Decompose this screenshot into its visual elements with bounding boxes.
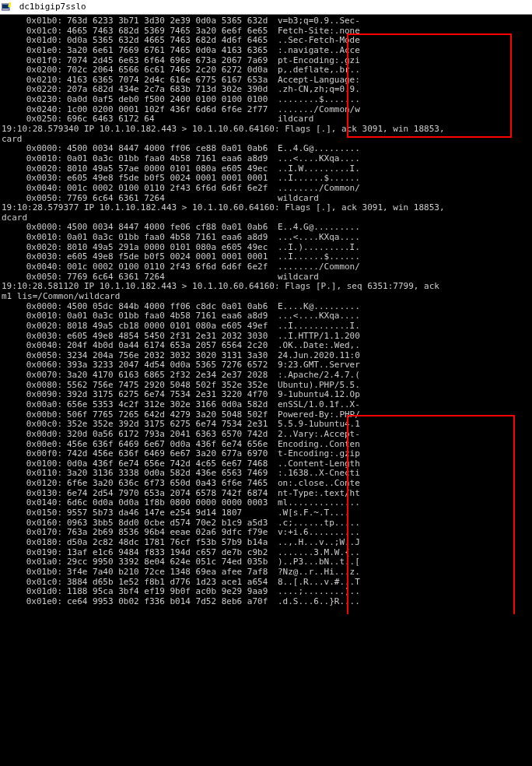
ascii-column: ....;........).. <box>278 587 360 597</box>
terminal-output-wrap: 0x01b0:763d 6233 3b71 3d30 2e39 0d0a 536… <box>0 15 532 614</box>
hexdump-row: 0x01e0:3a20 6e61 7669 6761 7465 0d0a 416… <box>2 46 530 56</box>
hex-bytes: 763d 6233 3b71 3d30 2e39 0d0a 5365 632d <box>67 16 278 26</box>
hex-offset: 0x0010: <box>2 233 67 243</box>
hexdump-row: 0x01b0:763d 6233 3b71 3d30 2e39 0d0a 536… <box>2 16 530 26</box>
hex-offset: 0x00c0: <box>2 420 67 430</box>
hexdump-row: 0x00c0:352e 352e 392d 3175 6275 6e74 753… <box>2 420 530 430</box>
ascii-column: ?Nz@..r..Hi...z. <box>278 567 360 578</box>
terminal-output[interactable]: 0x01b0:763d 6233 3b71 3d30 2e39 0d0a 536… <box>0 15 532 614</box>
hex-offset: 0x01b0: <box>2 567 67 578</box>
hex-bytes: 29cc 9950 3392 8e04 624e 051c 74ed 035b <box>67 557 278 567</box>
ascii-column: ..,.H...v..;W..J <box>278 538 360 548</box>
hexdump-row: 0x0230:0a0d 0af5 deb0 f500 2400 0100 010… <box>2 95 530 105</box>
hex-offset: 0x0200: <box>2 65 67 76</box>
ascii-column: .d.S...6..}R.... <box>278 597 360 607</box>
hex-bytes: 0a0d 0af5 deb0 f500 2400 0100 0100 0100 <box>67 95 278 105</box>
hexdump-row: 0x0020:8018 49a5 cb18 0000 0101 080a e60… <box>2 322 530 332</box>
hex-offset: 0x01b0: <box>2 16 67 26</box>
hex-offset: 0x01d0: <box>2 587 67 597</box>
hexdump-row: 0x00d0:320d 0a56 6172 793a 2041 6363 657… <box>2 430 530 440</box>
hexdump-row: 0x00f0:742d 456e 636f 6469 6e67 3a20 677… <box>2 449 530 459</box>
ascii-column: ..I......$...... <box>278 174 360 184</box>
hex-bytes: 3a20 6e61 7669 6761 7465 0d0a 4163 6365 <box>67 46 278 56</box>
hex-bytes: 6f6e 3a20 636c 6f73 650d 0a43 6f6e 7465 <box>67 479 278 489</box>
hexdump-row: 0x0200:702c 2064 6566 6c61 7465 2c20 627… <box>2 65 530 76</box>
hex-offset: 0x0010: <box>2 154 67 164</box>
ascii-column: ..I...........I. <box>278 322 360 332</box>
hexdump-row: 0x01e0:ce64 9953 0b02 f336 b014 7d52 8eb… <box>2 597 530 607</box>
ascii-column: v=b3;q=0.9..Sec- <box>278 16 360 26</box>
ascii-column: )..P3...bN..t..[ <box>278 557 360 567</box>
svg-rect-1 <box>2 5 9 9</box>
packet-summary-line: m1 lis=/Common/wildcard <box>2 292 530 302</box>
hexdump-row: 0x0010:0a01 0a3c 01bb faa0 4b58 7161 eaa… <box>2 233 530 243</box>
hex-bytes: 001c 0002 0100 0110 2f43 6f6d 6d6f 6e2f <box>67 262 278 272</box>
hex-bytes: 204f 4b0d 0a44 6174 653a 2057 6564 2c20 <box>67 341 278 351</box>
ascii-column: 2..Vary:.Accept- <box>278 430 360 440</box>
ascii-column: on:.close..Conte <box>278 479 360 489</box>
ascii-column: ...<....KXqa.... <box>278 233 360 243</box>
hexdump-row: 0x0150:9557 5b73 da46 147e e254 9d14 180… <box>2 508 530 518</box>
window-title-text: dc1bigip7sslo <box>19 2 86 12</box>
hexdump-row: 0x0010:0a01 0a3c 01bb faa0 4b58 7161 eaa… <box>2 154 530 164</box>
packet-summary-line: 19:10:28.579340 IP 10.1.10.182.443 > 10.… <box>2 125 530 135</box>
ascii-column: :.Apache/2.4.7.( <box>278 371 360 381</box>
hex-bytes: d50a 2c82 48dc 1781 76cf f53b 57b9 b14a <box>67 538 278 548</box>
hex-bytes: e605 49e8 f5de b0f5 0024 0001 0001 0001 <box>67 174 278 184</box>
hex-bytes: 3a20 4170 6163 6865 2f32 2e34 2e37 2028 <box>67 371 278 381</box>
hex-bytes: 656e 5353 4c2f 312e 302e 3166 0d0a 582d <box>67 400 278 410</box>
hex-bytes: 320d 0a56 6172 793a 2041 6363 6570 742d <box>67 430 278 440</box>
hexdump-row: 0x0030:e605 49e8 f5de b0f5 0024 0001 000… <box>2 174 530 184</box>
ascii-column: ...<....KXqa.... <box>278 311 360 322</box>
hexdump-row: 0x00a0:656e 5353 4c2f 312e 302e 3166 0d0… <box>2 400 530 410</box>
hexdump-row: 0x0040:001c 0002 0100 0110 2f43 6f6d 6d6… <box>2 262 530 272</box>
hexdump-row: 0x01a0:29cc 9950 3392 8e04 624e 051c 74e… <box>2 557 530 567</box>
hex-bytes: 352e 352e 392d 3175 6275 6e74 7534 2e31 <box>67 420 278 430</box>
hex-offset: 0x0180: <box>2 538 67 548</box>
ascii-column: p,.deflate,.br.. <box>278 65 360 76</box>
hex-bytes: 001c 0002 0100 0110 2f43 6f6d 6d6f 6e2f <box>67 184 278 194</box>
hexdump-row: 0x0040:001c 0002 0100 0110 2f43 6f6d 6d6… <box>2 184 530 194</box>
hex-offset: 0x00d0: <box>2 430 67 440</box>
hex-offset: 0x0020: <box>2 322 67 332</box>
putty-icon <box>2 2 11 12</box>
ascii-column: t-Encoding:.gzip <box>278 449 360 459</box>
hex-offset: 0x0040: <box>2 262 67 272</box>
hex-offset: 0x0040: <box>2 341 67 351</box>
window-title-bar: dc1bigip7sslo <box>0 0 532 15</box>
ascii-column: .OK..Date:.Wed,. <box>278 341 360 351</box>
hexdump-row: 0x01b0:3f4e 7a40 b210 72ce 1348 69ea afe… <box>2 567 530 578</box>
ascii-column: enSSL/1.0.1f..X- <box>278 400 360 410</box>
ascii-column: ...<....KXqa.... <box>278 154 360 164</box>
hex-offset: 0x0070: <box>2 371 67 381</box>
hex-bytes: 8018 49a5 cb18 0000 0101 080a e605 49ef <box>67 322 278 332</box>
hex-bytes: 0a01 0a3c 01bb faa0 4b58 7161 eaa6 a8d9 <box>67 154 278 164</box>
hex-offset: 0x01e0: <box>2 46 67 56</box>
hex-bytes: 3f4e 7a40 b210 72ce 1348 69ea afee 7af8 <box>67 567 278 578</box>
hex-offset: 0x0150: <box>2 508 67 518</box>
hex-offset: 0x00a0: <box>2 400 67 410</box>
hex-bytes: 742d 456e 636f 6469 6e67 3a20 677a 6970 <box>67 449 278 459</box>
hexdump-row: 0x0070:3a20 4170 6163 6865 2f32 2e34 2e3… <box>2 371 530 381</box>
hexdump-row: 0x0040:204f 4b0d 0a44 6174 653a 2057 656… <box>2 341 530 351</box>
ascii-column: ......../Common/ <box>278 262 360 272</box>
ascii-column: ......../Common/ <box>278 184 360 194</box>
hexdump-row: 0x01d0:1188 95ca 3bf4 ef19 9b0f ac0b 9e2… <box>2 587 530 597</box>
hex-offset: 0x0120: <box>2 479 67 489</box>
hex-bytes: 0a01 0a3c 01bb faa0 4b58 7161 eaa6 a8d9 <box>67 311 278 322</box>
packet-summary-line: 19:10:28.579377 IP 10.1.10.182.443 > 10.… <box>2 203 530 213</box>
ascii-column: :.navigate..Acce <box>278 46 360 56</box>
hexdump-row: 0x0010:0a01 0a3c 01bb faa0 4b58 7161 eaa… <box>2 311 530 322</box>
ascii-column: 5.5.9-1ubuntu4.1 <box>278 420 360 430</box>
ascii-column: .W[s.F.~.T.... <box>278 508 350 518</box>
hex-bytes: 9557 5b73 da46 147e e254 9d14 1807 <box>67 508 278 518</box>
hex-offset: 0x01a0: <box>2 557 67 567</box>
hex-offset: 0x0040: <box>2 184 67 194</box>
hex-offset: 0x01e0: <box>2 597 67 607</box>
hex-offset: 0x0230: <box>2 95 67 105</box>
hexdump-row: 0x0180:d50a 2c82 48dc 1781 76cf f53b 57b… <box>2 538 530 548</box>
ascii-column: ........$....... <box>278 95 360 105</box>
hexdump-row: 0x0120:6f6e 3a20 636c 6f73 650d 0a43 6f6… <box>2 479 530 489</box>
hex-bytes: 702c 2064 6566 6c61 7465 2c20 6272 0d0a <box>67 65 278 76</box>
hex-bytes: 1188 95ca 3bf4 ef19 9b0f ac0b 9e29 9aa9 <box>67 587 278 597</box>
